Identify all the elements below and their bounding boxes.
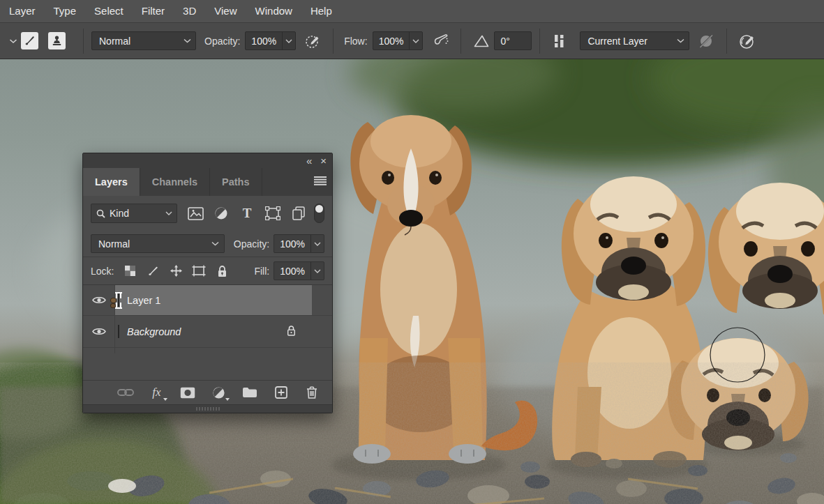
paint-mode-value: Normal bbox=[99, 36, 130, 47]
pressure-size-icon[interactable] bbox=[737, 31, 758, 52]
fill-label: Fill: bbox=[254, 266, 269, 277]
layers-panel: « × Layers Channels Paths bbox=[82, 153, 333, 413]
filter-toggle-switch[interactable] bbox=[314, 204, 324, 223]
chevron-down-icon[interactable] bbox=[282, 32, 295, 49]
tab-layers[interactable]: Layers bbox=[83, 168, 140, 196]
flow-field[interactable]: 100% bbox=[373, 31, 424, 50]
menu-type[interactable]: Type bbox=[45, 0, 86, 22]
opacity-label: Opacity: bbox=[204, 36, 240, 47]
layer-styles-fx-icon[interactable]: fx bbox=[147, 383, 167, 402]
layer-opacity-label: Opacity: bbox=[234, 238, 269, 250]
menu-view[interactable]: View bbox=[205, 0, 246, 22]
resize-grip[interactable] bbox=[196, 407, 220, 411]
layer-blend-mode-value: Normal bbox=[98, 238, 130, 250]
layer-name[interactable]: Layer 1 bbox=[127, 295, 160, 306]
tab-paths[interactable]: Paths bbox=[210, 168, 262, 196]
new-group-folder-icon[interactable] bbox=[239, 383, 260, 402]
layer-list: Layer 1 Background bbox=[83, 284, 332, 353]
panel-menu-icon[interactable] bbox=[314, 176, 327, 188]
blend-mode-row: Normal Opacity: 100% bbox=[83, 231, 332, 257]
menu-3d[interactable]: 3D bbox=[174, 0, 205, 22]
filter-smart-objects-icon[interactable] bbox=[290, 205, 307, 222]
opacity-value: 100% bbox=[246, 32, 282, 49]
layer-row-background[interactable]: Background bbox=[83, 316, 332, 348]
toggle-knob bbox=[315, 205, 323, 213]
collapse-panel-icon[interactable]: « bbox=[306, 155, 312, 166]
layer-opacity-value: 100% bbox=[274, 235, 310, 252]
menu-window[interactable]: Window bbox=[246, 0, 301, 22]
filter-type-layers-icon[interactable]: T bbox=[239, 205, 255, 222]
airbrush-icon[interactable] bbox=[430, 31, 451, 52]
flow-value: 100% bbox=[373, 32, 410, 49]
lock-transparency-icon[interactable] bbox=[122, 264, 137, 279]
thumbnail-corner bbox=[115, 292, 121, 298]
chevron-down-icon[interactable] bbox=[310, 262, 324, 280]
panel-title-bar[interactable]: « × bbox=[83, 153, 332, 168]
layer-row-layer1[interactable]: Layer 1 bbox=[83, 285, 332, 316]
new-layer-icon[interactable] bbox=[271, 383, 292, 402]
photoshop-window: Layer Type Select Filter 3D View Window … bbox=[0, 0, 824, 504]
menu-layer[interactable]: Layer bbox=[6, 0, 45, 22]
brush-angle-field[interactable]: 0° bbox=[494, 31, 532, 50]
tool-options-bar: Normal Opacity: 100% Flow: 100% bbox=[0, 22, 824, 59]
lock-position-icon[interactable] bbox=[168, 264, 183, 279]
tab-channels[interactable]: Channels bbox=[140, 168, 210, 196]
lock-artboard-icon[interactable] bbox=[191, 264, 207, 279]
fx-label: fx bbox=[152, 385, 160, 399]
clone-stamp-button[interactable] bbox=[48, 32, 66, 49]
chevron-down-icon bbox=[163, 398, 167, 401]
layer-thumbnail[interactable] bbox=[118, 294, 119, 307]
menu-bar: Layer Type Select Filter 3D View Window … bbox=[0, 0, 824, 22]
fill-field[interactable]: 100% bbox=[274, 261, 324, 280]
lock-row: Lock: bbox=[83, 257, 332, 284]
clone-stamp-icon bbox=[51, 35, 63, 47]
opacity-field[interactable]: 100% bbox=[245, 31, 296, 50]
lock-all-icon[interactable] bbox=[214, 264, 230, 279]
menu-filter[interactable]: Filter bbox=[133, 0, 174, 22]
chevron-down-icon[interactable] bbox=[310, 235, 324, 252]
layer-lock-icon[interactable] bbox=[287, 325, 296, 339]
chevron-down-icon bbox=[225, 398, 230, 401]
link-layers-icon[interactable] bbox=[115, 383, 136, 402]
brush-icon bbox=[24, 35, 36, 47]
panel-resize-strip[interactable] bbox=[83, 404, 332, 413]
layer-list-empty-area[interactable] bbox=[83, 353, 332, 380]
separator bbox=[460, 29, 461, 54]
flow-label: Flow: bbox=[344, 36, 367, 47]
filter-pixel-layers-icon[interactable] bbox=[187, 205, 204, 222]
lock-pixels-icon[interactable] bbox=[145, 264, 160, 279]
filter-shape-layers-icon[interactable] bbox=[264, 205, 281, 222]
chevron-down-icon[interactable] bbox=[409, 32, 422, 49]
menu-help[interactable]: Help bbox=[301, 0, 341, 22]
layer-thumbnail[interactable] bbox=[118, 326, 119, 338]
clone-sample-select[interactable]: Current Layer bbox=[580, 31, 689, 50]
filter-kind-select[interactable]: Kind bbox=[91, 204, 177, 223]
menu-select[interactable]: Select bbox=[85, 0, 133, 22]
paint-mode-select[interactable]: Normal bbox=[91, 31, 196, 50]
delete-layer-trash-icon[interactable] bbox=[301, 383, 322, 402]
new-adjustment-layer-icon[interactable] bbox=[209, 383, 230, 402]
pressure-opacity-icon[interactable] bbox=[302, 31, 323, 52]
layer-filter-row: Kind bbox=[83, 196, 332, 231]
close-panel-icon[interactable]: × bbox=[320, 155, 327, 166]
panel-bottom-bar: fx bbox=[83, 380, 332, 404]
chevron-down-icon bbox=[211, 241, 219, 246]
layer-blend-mode-select[interactable]: Normal bbox=[91, 234, 225, 253]
brush-settings-panel-icon[interactable] bbox=[550, 31, 571, 52]
filter-kind-value: Kind bbox=[110, 208, 165, 219]
ignore-adjustment-layers-icon[interactable] bbox=[696, 31, 717, 52]
add-layer-mask-icon[interactable] bbox=[177, 383, 198, 402]
fill-value: 100% bbox=[274, 262, 310, 280]
layer-filter-buttons: T bbox=[187, 205, 307, 222]
filter-adjustment-layers-icon[interactable] bbox=[213, 205, 230, 222]
tool-preset-chevron-icon[interactable] bbox=[6, 38, 21, 44]
chevron-down-icon bbox=[183, 38, 191, 43]
thumbnail-corner bbox=[115, 303, 121, 309]
brush-preset-button[interactable] bbox=[21, 32, 38, 49]
chevron-down-icon bbox=[165, 211, 172, 215]
layer-opacity-field[interactable]: 100% bbox=[274, 234, 324, 253]
search-icon bbox=[96, 209, 105, 218]
layers-panel-body: Kind bbox=[83, 196, 332, 413]
visibility-eye-icon[interactable] bbox=[83, 327, 115, 336]
layer-name[interactable]: Background bbox=[127, 326, 181, 337]
